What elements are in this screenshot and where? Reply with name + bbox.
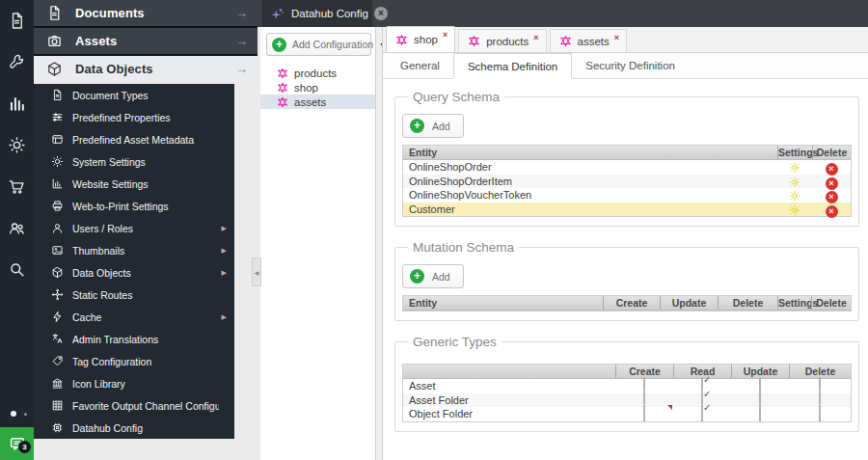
- column-header-update[interactable]: Update: [660, 296, 718, 310]
- tree-item-shop[interactable]: shop: [260, 80, 375, 95]
- column-header-settings[interactable]: Settings: [777, 146, 812, 159]
- graphql-icon: [277, 96, 288, 108]
- iconbar-tools-button[interactable]: [0, 41, 34, 83]
- mutation-schema-add-button[interactable]: Add: [402, 264, 464, 288]
- table-header-row: Entity Create Update Delete Settings Del…: [403, 296, 851, 311]
- menu-section-assets[interactable]: Assets →: [34, 28, 258, 54]
- arrow-right-icon: →: [235, 34, 248, 48]
- menu-item-predefined-properties[interactable]: Predefined Properties: [34, 106, 234, 128]
- menu-item-predefined-asset-metadata[interactable]: Predefined Asset Metadata: [34, 128, 234, 150]
- add-configuration-button[interactable]: Add Configuration: [266, 33, 371, 56]
- iconbar-search-button[interactable]: [0, 249, 34, 290]
- menu-item-document-types[interactable]: Document Types: [34, 84, 234, 106]
- iconbar-reports-button[interactable]: [0, 83, 34, 124]
- checkbox-delete[interactable]: [819, 404, 821, 422]
- menu-section-label: Assets: [75, 34, 235, 48]
- menu-section-data-objects[interactable]: Data Objects →: [34, 56, 258, 82]
- tab-assets[interactable]: assets: [550, 29, 628, 52]
- arrow-right-icon: →: [235, 6, 248, 20]
- bar-chart-icon: [8, 95, 26, 113]
- config-editor-panel: shop products assets General Schema Defi…: [382, 27, 868, 460]
- menu-item-web-to-print-settings[interactable]: Web-to-Print Settings: [34, 195, 234, 217]
- iconbar-settings-button[interactable]: [0, 124, 34, 166]
- menu-item-static-routes[interactable]: Static Routes: [34, 284, 234, 306]
- menu-item-users-roles[interactable]: Users / Roles: [34, 217, 234, 239]
- menu-item-favorite-output-channel-configurations[interactable]: Favorite Output Channel Configurations: [34, 394, 234, 417]
- column-header-settings[interactable]: Settings: [777, 296, 811, 310]
- checkbox-read[interactable]: [701, 404, 703, 422]
- workspace-tab-datahub-config[interactable]: Datahub Config: [262, 0, 372, 27]
- menu-item-datahub-config[interactable]: Datahub Config: [34, 417, 234, 439]
- cart-icon: [8, 177, 26, 196]
- iconbar-documents-button[interactable]: [0, 0, 34, 41]
- file-icon: [8, 12, 26, 30]
- generic-types-legend: Generic Types: [408, 335, 502, 349]
- delete-icon[interactable]: [826, 205, 838, 218]
- settings-gear-icon[interactable]: [789, 204, 800, 216]
- checkbox-update[interactable]: [759, 404, 761, 422]
- plus-circle-icon: [410, 269, 424, 284]
- notifications-button[interactable]: 3: [0, 427, 34, 460]
- gear-icon: [51, 155, 64, 168]
- panel-collapse-handle[interactable]: [252, 257, 261, 286]
- column-header-entity[interactable]: Entity: [403, 296, 603, 310]
- menu-item-system-settings[interactable]: System Settings: [34, 150, 234, 173]
- graphql-icon: [277, 68, 288, 79]
- menu-section-documents[interactable]: Documents →: [34, 0, 258, 26]
- column-header-delete[interactable]: Delete: [718, 296, 777, 310]
- schema-definition-content: Query Schema Add Entity Settings Delete …: [383, 79, 868, 432]
- user-icon: [51, 222, 64, 234]
- cube-icon: [51, 266, 64, 279]
- close-icon[interactable]: [614, 30, 619, 42]
- tab-products[interactable]: products: [458, 29, 546, 52]
- printer-icon: [51, 200, 64, 212]
- main-menu: Documents → Assets → Data Objects → Docu…: [34, 0, 258, 84]
- translate-icon: [51, 333, 64, 345]
- settings-submenu: Document Types Predefined Properties Pre…: [34, 84, 234, 439]
- subtab-schema-definition[interactable]: Schema Definition: [453, 53, 572, 79]
- workspace-tabbar: Datahub Config: [258, 0, 868, 27]
- menu-item-admin-translations[interactable]: Admin Translations: [34, 328, 234, 350]
- close-icon[interactable]: [374, 7, 388, 20]
- iconbar-customers-button[interactable]: [0, 207, 34, 249]
- menu-item-cache[interactable]: Cache: [34, 306, 234, 328]
- mutation-schema-table: Entity Create Update Delete Settings Del…: [402, 295, 852, 311]
- menu-item-website-settings[interactable]: Website Settings: [34, 173, 234, 195]
- subtab-security-definition[interactable]: Security Definition: [572, 53, 689, 78]
- menu-section-label: Documents: [75, 6, 235, 20]
- file-icon: [51, 89, 64, 101]
- query-schema-add-button[interactable]: Add: [402, 114, 464, 138]
- graphql-icon: [559, 35, 572, 47]
- plus-circle-icon: [410, 119, 424, 133]
- tree-item-assets[interactable]: assets: [260, 95, 375, 109]
- close-icon[interactable]: [443, 27, 448, 40]
- menu-item-data-objects[interactable]: Data Objects: [34, 261, 234, 284]
- route-icon: [51, 288, 64, 301]
- query-schema-legend: Query Schema: [408, 90, 504, 104]
- column-header-entity[interactable]: Entity: [403, 146, 777, 159]
- metadata-icon: [51, 133, 64, 146]
- subtab-general[interactable]: General: [387, 53, 453, 78]
- definition-subtabs: General Schema Definition Security Defin…: [383, 53, 868, 79]
- menu-item-icon-library[interactable]: Icon Library: [34, 372, 234, 394]
- menu-item-tag-configuration[interactable]: Tag Configuration: [34, 350, 234, 372]
- chevron-right-icon: [219, 313, 227, 321]
- checkbox-create[interactable]: [643, 404, 645, 422]
- column-header-delete[interactable]: Delete: [812, 146, 851, 159]
- menu-item-thumbnails[interactable]: Thumbnails: [34, 239, 234, 261]
- query-schema-table: Entity Settings Delete OnlineShopOrder O…: [402, 145, 852, 217]
- iconbar-ecommerce-button[interactable]: [0, 166, 34, 207]
- bank-icon: [51, 377, 64, 390]
- bolt-icon: [51, 311, 64, 323]
- tree-item-products[interactable]: products: [260, 66, 375, 80]
- tab-shop[interactable]: shop: [386, 26, 455, 52]
- table-row-highlighted[interactable]: Customer: [403, 203, 851, 217]
- column-header-create[interactable]: Create: [603, 296, 660, 310]
- arrow-right-icon: →: [235, 62, 248, 76]
- app-iconbar: 3: [0, 0, 34, 460]
- config-tabstrip: shop products assets: [383, 27, 868, 53]
- column-header-delete[interactable]: Delete: [811, 296, 851, 310]
- close-icon[interactable]: [533, 30, 538, 42]
- file-icon: [46, 5, 63, 21]
- dirty-cell-marker: [667, 405, 672, 410]
